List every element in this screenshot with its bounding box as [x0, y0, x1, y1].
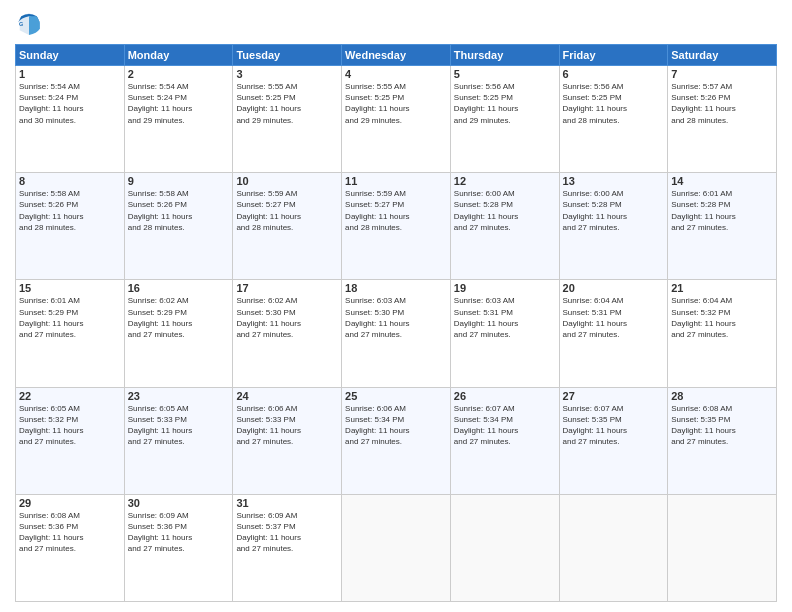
- sunrise-label: Sunrise: 6:03 AM: [454, 296, 515, 305]
- sunrise-label: Sunrise: 6:00 AM: [563, 189, 624, 198]
- daylight-minutes: and 27 minutes.: [345, 437, 402, 446]
- day-info: Sunrise: 6:09 AM Sunset: 5:36 PM Dayligh…: [128, 510, 230, 555]
- sunrise-label: Sunrise: 5:55 AM: [236, 82, 297, 91]
- daylight-minutes: and 27 minutes.: [236, 437, 293, 446]
- sunset-label: Sunset: 5:27 PM: [345, 200, 404, 209]
- daylight-label: Daylight: 11 hours: [128, 319, 192, 328]
- daylight-minutes: and 27 minutes.: [671, 223, 728, 232]
- sunset-label: Sunset: 5:26 PM: [128, 200, 187, 209]
- daylight-minutes: and 29 minutes.: [236, 116, 293, 125]
- sunset-label: Sunset: 5:31 PM: [563, 308, 622, 317]
- day-number: 4: [345, 68, 447, 80]
- day-info: Sunrise: 6:01 AM Sunset: 5:28 PM Dayligh…: [671, 188, 773, 233]
- daylight-label: Daylight: 11 hours: [19, 533, 83, 542]
- daylight-label: Daylight: 11 hours: [454, 426, 518, 435]
- col-wednesday: Wednesday: [342, 45, 451, 66]
- day-info: Sunrise: 5:59 AM Sunset: 5:27 PM Dayligh…: [236, 188, 338, 233]
- table-row: 2 Sunrise: 5:54 AM Sunset: 5:24 PM Dayli…: [124, 66, 233, 173]
- day-number: 19: [454, 282, 556, 294]
- col-friday: Friday: [559, 45, 668, 66]
- table-row: 1 Sunrise: 5:54 AM Sunset: 5:24 PM Dayli…: [16, 66, 125, 173]
- sunrise-label: Sunrise: 6:08 AM: [671, 404, 732, 413]
- sunrise-label: Sunrise: 5:55 AM: [345, 82, 406, 91]
- sunrise-label: Sunrise: 6:05 AM: [128, 404, 189, 413]
- col-tuesday: Tuesday: [233, 45, 342, 66]
- day-info: Sunrise: 6:05 AM Sunset: 5:33 PM Dayligh…: [128, 403, 230, 448]
- table-row: 29 Sunrise: 6:08 AM Sunset: 5:36 PM Dayl…: [16, 494, 125, 601]
- daylight-minutes: and 27 minutes.: [19, 330, 76, 339]
- daylight-label: Daylight: 11 hours: [128, 104, 192, 113]
- logo: G: [15, 10, 47, 38]
- day-info: Sunrise: 6:05 AM Sunset: 5:32 PM Dayligh…: [19, 403, 121, 448]
- table-row: 25 Sunrise: 6:06 AM Sunset: 5:34 PM Dayl…: [342, 387, 451, 494]
- table-row: 22 Sunrise: 6:05 AM Sunset: 5:32 PM Dayl…: [16, 387, 125, 494]
- day-info: Sunrise: 6:06 AM Sunset: 5:34 PM Dayligh…: [345, 403, 447, 448]
- day-info: Sunrise: 6:00 AM Sunset: 5:28 PM Dayligh…: [454, 188, 556, 233]
- daylight-label: Daylight: 11 hours: [671, 212, 735, 221]
- day-number: 9: [128, 175, 230, 187]
- daylight-label: Daylight: 11 hours: [345, 426, 409, 435]
- daylight-minutes: and 28 minutes.: [671, 116, 728, 125]
- day-number: 13: [563, 175, 665, 187]
- day-number: 18: [345, 282, 447, 294]
- table-row: 15 Sunrise: 6:01 AM Sunset: 5:29 PM Dayl…: [16, 280, 125, 387]
- sunrise-label: Sunrise: 6:07 AM: [563, 404, 624, 413]
- day-number: 25: [345, 390, 447, 402]
- sunrise-label: Sunrise: 6:01 AM: [671, 189, 732, 198]
- sunrise-label: Sunrise: 6:09 AM: [236, 511, 297, 520]
- table-row: 12 Sunrise: 6:00 AM Sunset: 5:28 PM Dayl…: [450, 173, 559, 280]
- table-row: 10 Sunrise: 5:59 AM Sunset: 5:27 PM Dayl…: [233, 173, 342, 280]
- sunset-label: Sunset: 5:29 PM: [19, 308, 78, 317]
- daylight-label: Daylight: 11 hours: [563, 319, 627, 328]
- table-row: 13 Sunrise: 6:00 AM Sunset: 5:28 PM Dayl…: [559, 173, 668, 280]
- sunrise-label: Sunrise: 6:07 AM: [454, 404, 515, 413]
- sunrise-label: Sunrise: 5:54 AM: [19, 82, 80, 91]
- daylight-minutes: and 27 minutes.: [454, 330, 511, 339]
- day-info: Sunrise: 6:09 AM Sunset: 5:37 PM Dayligh…: [236, 510, 338, 555]
- sunset-label: Sunset: 5:29 PM: [128, 308, 187, 317]
- day-number: 6: [563, 68, 665, 80]
- day-number: 26: [454, 390, 556, 402]
- daylight-minutes: and 27 minutes.: [19, 544, 76, 553]
- calendar-week-row: 8 Sunrise: 5:58 AM Sunset: 5:26 PM Dayli…: [16, 173, 777, 280]
- table-row: 21 Sunrise: 6:04 AM Sunset: 5:32 PM Dayl…: [668, 280, 777, 387]
- calendar-week-row: 15 Sunrise: 6:01 AM Sunset: 5:29 PM Dayl…: [16, 280, 777, 387]
- daylight-label: Daylight: 11 hours: [236, 319, 300, 328]
- sunset-label: Sunset: 5:27 PM: [236, 200, 295, 209]
- daylight-minutes: and 28 minutes.: [19, 223, 76, 232]
- daylight-minutes: and 27 minutes.: [454, 437, 511, 446]
- sunrise-label: Sunrise: 5:57 AM: [671, 82, 732, 91]
- sunset-label: Sunset: 5:36 PM: [19, 522, 78, 531]
- day-number: 14: [671, 175, 773, 187]
- sunrise-label: Sunrise: 6:02 AM: [236, 296, 297, 305]
- sunset-label: Sunset: 5:32 PM: [19, 415, 78, 424]
- day-info: Sunrise: 5:54 AM Sunset: 5:24 PM Dayligh…: [19, 81, 121, 126]
- day-number: 27: [563, 390, 665, 402]
- sunset-label: Sunset: 5:25 PM: [345, 93, 404, 102]
- table-row: 24 Sunrise: 6:06 AM Sunset: 5:33 PM Dayl…: [233, 387, 342, 494]
- table-row: [450, 494, 559, 601]
- sunrise-label: Sunrise: 6:08 AM: [19, 511, 80, 520]
- daylight-label: Daylight: 11 hours: [19, 104, 83, 113]
- calendar-table: Sunday Monday Tuesday Wednesday Thursday…: [15, 44, 777, 602]
- day-info: Sunrise: 6:01 AM Sunset: 5:29 PM Dayligh…: [19, 295, 121, 340]
- table-row: 30 Sunrise: 6:09 AM Sunset: 5:36 PM Dayl…: [124, 494, 233, 601]
- day-info: Sunrise: 6:02 AM Sunset: 5:30 PM Dayligh…: [236, 295, 338, 340]
- day-number: 16: [128, 282, 230, 294]
- daylight-label: Daylight: 11 hours: [236, 212, 300, 221]
- daylight-label: Daylight: 11 hours: [236, 533, 300, 542]
- day-info: Sunrise: 6:07 AM Sunset: 5:34 PM Dayligh…: [454, 403, 556, 448]
- day-info: Sunrise: 5:56 AM Sunset: 5:25 PM Dayligh…: [454, 81, 556, 126]
- daylight-minutes: and 27 minutes.: [563, 437, 620, 446]
- sunset-label: Sunset: 5:30 PM: [236, 308, 295, 317]
- sunrise-label: Sunrise: 5:56 AM: [563, 82, 624, 91]
- sunrise-label: Sunrise: 6:05 AM: [19, 404, 80, 413]
- day-number: 31: [236, 497, 338, 509]
- day-number: 5: [454, 68, 556, 80]
- daylight-label: Daylight: 11 hours: [671, 319, 735, 328]
- daylight-minutes: and 27 minutes.: [563, 330, 620, 339]
- day-info: Sunrise: 6:06 AM Sunset: 5:33 PM Dayligh…: [236, 403, 338, 448]
- table-row: 4 Sunrise: 5:55 AM Sunset: 5:25 PM Dayli…: [342, 66, 451, 173]
- table-row: 19 Sunrise: 6:03 AM Sunset: 5:31 PM Dayl…: [450, 280, 559, 387]
- sunset-label: Sunset: 5:25 PM: [454, 93, 513, 102]
